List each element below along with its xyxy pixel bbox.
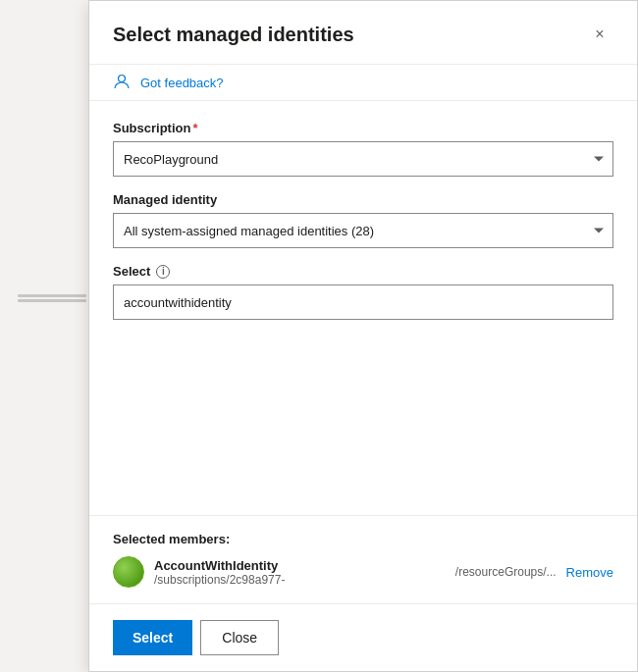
feedback-bar: Got feedback? xyxy=(89,64,637,101)
member-name: AccountWithIdentity xyxy=(154,558,446,573)
feedback-link[interactable]: Got feedback? xyxy=(140,76,224,90)
member-resource: /resourceGroups/... xyxy=(455,565,557,579)
select-field-group: Select i xyxy=(113,264,613,320)
select-info-icon[interactable]: i xyxy=(156,265,170,279)
panel-line xyxy=(18,294,86,297)
select-search-input[interactable] xyxy=(113,284,613,320)
feedback-icon xyxy=(113,73,133,92)
selected-members-label: Selected members: xyxy=(113,532,613,546)
managed-identity-field-group: Managed identity All system-assigned man… xyxy=(113,192,613,248)
empty-results-area xyxy=(113,336,613,453)
close-dialog-button[interactable]: × xyxy=(586,21,613,48)
member-avatar xyxy=(113,556,144,588)
select-managed-identities-dialog: Select managed identities × Got feedback… xyxy=(88,0,638,672)
subscription-label: Subscription * xyxy=(113,121,613,135)
managed-identity-dropdown[interactable]: All system-assigned managed identities (… xyxy=(113,213,613,248)
subscription-select-wrapper: RecoPlayground xyxy=(113,141,613,177)
dialog-title: Select managed identities xyxy=(113,24,354,46)
panel-line xyxy=(18,299,86,302)
selected-members-section: Selected members: AccountWithIdentity /s… xyxy=(89,515,637,603)
member-subscription: /subscriptions/2c98a977- xyxy=(154,573,446,587)
subscription-dropdown[interactable]: RecoPlayground xyxy=(113,141,613,177)
subscription-field-group: Subscription * RecoPlayground xyxy=(113,121,613,177)
member-info: AccountWithIdentity /subscriptions/2c98a… xyxy=(154,558,446,587)
dialog-header: Select managed identities × xyxy=(89,1,637,64)
select-button[interactable]: Select xyxy=(113,620,192,655)
member-item: AccountWithIdentity /subscriptions/2c98a… xyxy=(113,556,613,588)
managed-identity-label: Managed identity xyxy=(113,192,613,207)
left-panel xyxy=(0,0,86,672)
dialog-body: Subscription * RecoPlayground Managed id… xyxy=(89,105,637,515)
remove-member-button[interactable]: Remove xyxy=(566,565,613,580)
close-button[interactable]: Close xyxy=(200,620,279,655)
svg-point-0 xyxy=(119,76,126,82)
dialog-footer: Select Close xyxy=(89,603,637,671)
required-indicator: * xyxy=(192,121,197,135)
managed-identity-select-wrapper: All system-assigned managed identities (… xyxy=(113,213,613,248)
select-field-label: Select i xyxy=(113,264,613,279)
